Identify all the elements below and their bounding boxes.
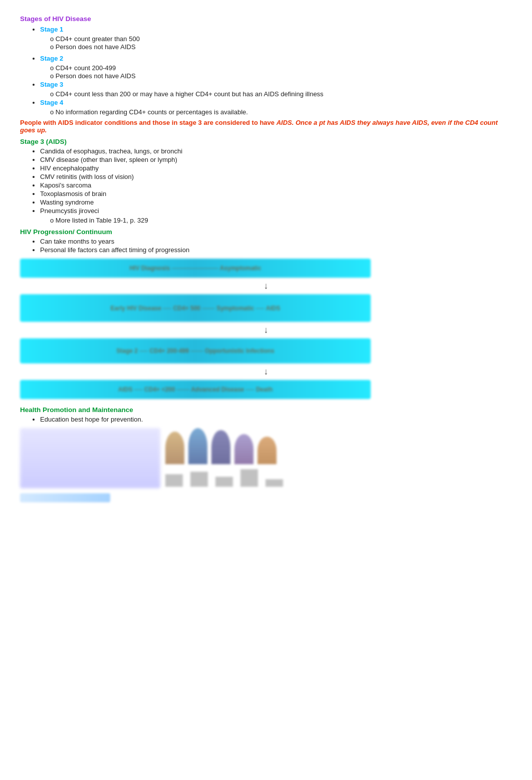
stage-1-detail-1: CD4+ count greater than 500: [50, 35, 512, 43]
stage3-aids-heading: Stage 3 (AIDS): [20, 138, 512, 145]
figure-2: [188, 428, 207, 464]
progression-chart: HIV Diagnosis ─────────── Asymptomatic ↓…: [20, 259, 512, 399]
figure-1: [165, 432, 184, 464]
progression-item-1: Can take months to years: [40, 238, 512, 245]
health-heading: Health Promotion and Maintenance: [20, 406, 512, 414]
stage-2-detail-1: CD4+ count 200-499: [50, 64, 512, 72]
stage3-item-2: CMV disease (other than liver, spleen or…: [40, 156, 512, 163]
stage3-item-3: HIV encephalopathy: [40, 164, 512, 172]
progression-heading: HIV Progression/ Continuum: [20, 228, 512, 236]
figure-3: [211, 430, 230, 464]
chart-block-3-text: Stage 2 ── CD4+ 200-499 ─── Opportunisti…: [114, 345, 277, 356]
stage3-item-7: Wasting syndrome: [40, 199, 512, 206]
progression-item-2: Personal life factors can affect timing …: [40, 246, 512, 254]
stage-2-detail-2: Person does not have AIDS: [50, 72, 512, 80]
arrow-3: ↓: [20, 366, 512, 377]
stage-2-container: Stage 2: [40, 55, 512, 62]
mini-bar-3: [215, 477, 233, 487]
stage3-item-1: Candida of esophagus, trachea, lungs, or…: [40, 147, 512, 155]
bottom-right-figures: [165, 428, 283, 488]
stage-4-detail-1: No information regarding CD4+ counts or …: [50, 108, 512, 116]
stage3-sub-list: More listed in Table 19-1, p. 329: [50, 217, 512, 224]
bottom-images: [20, 428, 512, 488]
aids-note: People with AIDS indicator conditions an…: [20, 119, 512, 134]
stage-1-container: Stage 1: [40, 26, 512, 33]
health-items: Education best hope for prevention.: [40, 416, 512, 423]
mini-bar-2: [190, 472, 208, 487]
stage3-item-5: Kaposi's sarcoma: [40, 181, 512, 189]
figure-5: [257, 437, 277, 464]
stage-4-details: No information regarding CD4+ counts or …: [50, 108, 512, 116]
stage-1-detail-2: Person does not have AIDS: [50, 43, 512, 51]
chart-block-1: HIV Diagnosis ─────────── Asymptomatic: [20, 259, 371, 278]
chart-block-1-text: HIV Diagnosis ─────────── Asymptomatic: [127, 263, 263, 274]
stage-3-label: Stage 3: [40, 81, 63, 88]
chart-block-3: Stage 2 ── CD4+ 200-499 ─── Opportunisti…: [20, 338, 371, 363]
health-section: Health Promotion and Maintenance Educati…: [20, 406, 512, 502]
stage-4-label: Stage 4: [40, 99, 63, 106]
chart-block-4-text: AIDS ── CD4+ <200 ─── Advanced Disease ─…: [116, 384, 275, 395]
stage-1-details: CD4+ count greater than 500 Person does …: [50, 35, 512, 51]
stage-3-detail-1: CD4+ count less than 200 or may have a h…: [50, 90, 512, 98]
stage-1-label: Stage 1: [40, 26, 63, 33]
figure-row: [165, 428, 283, 464]
mini-bar-4: [240, 469, 258, 487]
stage-3-details: CD4+ count less than 200 or may have a h…: [50, 90, 512, 98]
stage3-item-4: CMV retinitis (with loss of vision): [40, 173, 512, 180]
bottom-left-chart: [20, 428, 160, 488]
stage-2-details: CD4+ count 200-499 Person does not have …: [50, 64, 512, 80]
stage-3-container: Stage 3: [40, 81, 512, 88]
figure-4: [234, 434, 253, 464]
mini-bar-1: [165, 474, 183, 487]
arrow-1: ↓: [20, 281, 512, 291]
mini-bar-5: [265, 479, 283, 487]
chart-block-2-text: Early HIV Disease ── CD4+ 500 ─── Sympto…: [109, 303, 283, 314]
chart-block-2: Early HIV Disease ── CD4+ 500 ─── Sympto…: [20, 294, 371, 322]
main-content: Stages of HIV Disease Stage 1 CD4+ count…: [20, 15, 512, 502]
arrow-2: ↓: [20, 325, 512, 335]
chart-block-4: AIDS ── CD4+ <200 ─── Advanced Disease ─…: [20, 380, 371, 399]
page-title: Stages of HIV Disease: [20, 15, 512, 23]
stage3-item-6: Toxoplasmosis of brain: [40, 190, 512, 198]
mini-bar-chart: [165, 467, 283, 487]
stage3-items-list: Candida of esophagus, trachea, lungs, or…: [40, 147, 512, 215]
progression-items: Can take months to years Personal life f…: [40, 238, 512, 254]
stage3-item-8: Pneumcystis jiroveci: [40, 207, 512, 215]
stage3-sub-item: More listed in Table 19-1, p. 329: [50, 217, 512, 224]
health-item-1: Education best hope for prevention.: [40, 416, 512, 423]
footer-blurred-bar: [20, 493, 110, 502]
stage-2-label: Stage 2: [40, 55, 63, 62]
aids-note-normal: People with AIDS indicator conditions an…: [20, 119, 277, 126]
stage-4-container: Stage 4: [40, 99, 512, 106]
